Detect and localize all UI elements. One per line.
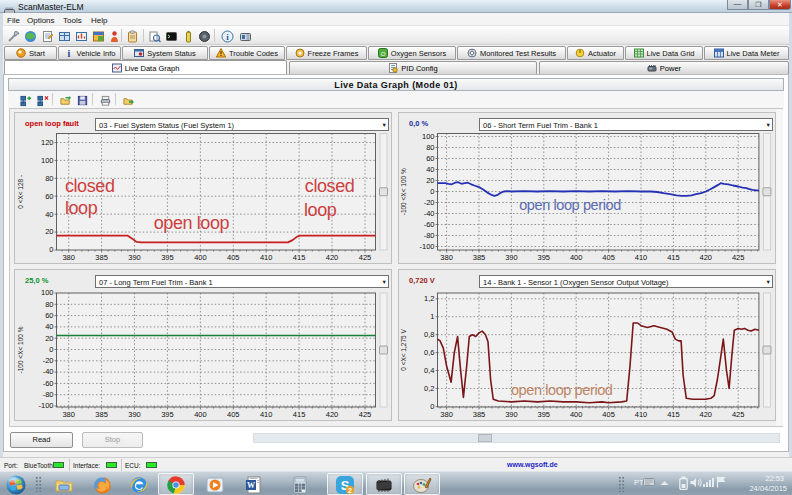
- svg-text:0: 0: [430, 402, 434, 411]
- svg-text:390: 390: [128, 253, 141, 262]
- svg-text:loop: loop: [304, 200, 337, 220]
- svg-text:400: 400: [194, 253, 207, 262]
- svg-text:100: 100: [41, 156, 54, 165]
- svg-text:60: 60: [45, 311, 53, 320]
- svg-text:405: 405: [602, 410, 615, 419]
- svg-text:0,4: 0,4: [424, 366, 434, 375]
- svg-text:420: 420: [700, 253, 713, 262]
- svg-text:100: 100: [422, 132, 435, 141]
- svg-text:385: 385: [95, 410, 108, 419]
- svg-text:-60: -60: [43, 379, 54, 388]
- svg-text:O: O: [380, 51, 385, 57]
- svg-text:425: 425: [732, 410, 745, 419]
- svg-text:395: 395: [538, 253, 551, 262]
- svg-text:410: 410: [260, 410, 273, 419]
- svg-text:410: 410: [260, 253, 273, 262]
- svg-text:120: 120: [41, 138, 54, 147]
- svg-text:i: i: [67, 48, 70, 58]
- svg-text:40: 40: [45, 210, 53, 219]
- svg-text:385: 385: [473, 410, 486, 419]
- svg-text:-80: -80: [43, 390, 54, 399]
- svg-text:420: 420: [326, 253, 339, 262]
- svg-text:405: 405: [227, 253, 240, 262]
- svg-text:425: 425: [359, 410, 372, 419]
- svg-text:400: 400: [570, 253, 583, 262]
- svg-text:80: 80: [45, 174, 53, 183]
- svg-text:390: 390: [505, 253, 518, 262]
- svg-text:20: 20: [426, 176, 434, 185]
- svg-text:380: 380: [440, 253, 453, 262]
- svg-text:0 <X< 128 -: 0 <X< 128 -: [17, 175, 24, 209]
- svg-text:425: 425: [732, 253, 745, 262]
- svg-text:loop: loop: [65, 198, 98, 218]
- svg-text:80: 80: [426, 143, 434, 152]
- svg-text:-20: -20: [43, 356, 54, 365]
- svg-text:W: W: [247, 481, 255, 490]
- svg-text:closed: closed: [65, 176, 115, 196]
- svg-text:400: 400: [570, 410, 583, 419]
- svg-text:415: 415: [667, 410, 680, 419]
- svg-text:380: 380: [440, 410, 453, 419]
- svg-text:20: 20: [45, 227, 53, 236]
- svg-text:415: 415: [667, 253, 680, 262]
- svg-text:405: 405: [602, 253, 615, 262]
- svg-text:395: 395: [161, 410, 174, 419]
- svg-text:closed: closed: [305, 176, 355, 196]
- svg-text:385: 385: [473, 253, 486, 262]
- svg-text:420: 420: [326, 410, 339, 419]
- svg-text:425: 425: [359, 253, 372, 262]
- svg-text:390: 390: [128, 410, 141, 419]
- svg-text:40: 40: [426, 165, 434, 174]
- svg-text:395: 395: [161, 253, 174, 262]
- svg-text:410: 410: [635, 410, 648, 419]
- svg-text:-40: -40: [43, 367, 54, 376]
- svg-text:0: 0: [49, 345, 53, 354]
- svg-text:1,2: 1,2: [424, 294, 434, 303]
- svg-text:405: 405: [227, 410, 240, 419]
- svg-text:0,2: 0,2: [424, 384, 434, 393]
- svg-text:0 <X< 1,275 V: 0 <X< 1,275 V: [400, 329, 407, 371]
- svg-text:380: 380: [62, 410, 75, 419]
- svg-text:2: 2: [348, 487, 352, 494]
- svg-text:20: 20: [45, 334, 53, 343]
- svg-text:-100: -100: [419, 242, 434, 251]
- svg-text:0: 0: [49, 245, 53, 254]
- svg-text:-40: -40: [424, 209, 435, 218]
- svg-text:-100: -100: [38, 401, 53, 410]
- svg-text:395: 395: [538, 410, 551, 419]
- svg-text:410: 410: [635, 253, 648, 262]
- svg-text:60: 60: [426, 154, 434, 163]
- svg-text:1: 1: [430, 312, 434, 321]
- svg-text:-80: -80: [424, 231, 435, 240]
- svg-text:-60: -60: [424, 220, 435, 229]
- svg-text:open loop period: open loop period: [519, 197, 621, 213]
- svg-text:400: 400: [194, 410, 207, 419]
- svg-text:0,8: 0,8: [424, 330, 434, 339]
- svg-text:80: 80: [45, 300, 53, 309]
- svg-text:390: 390: [505, 410, 518, 419]
- svg-text:open loop period: open loop period: [511, 382, 613, 398]
- svg-text:60: 60: [45, 192, 53, 201]
- svg-text:420: 420: [700, 410, 713, 419]
- svg-text:0,6: 0,6: [424, 348, 434, 357]
- svg-text:-100 <X< 100 %: -100 <X< 100 %: [17, 326, 24, 373]
- svg-text:open loop: open loop: [154, 213, 230, 233]
- svg-text:380: 380: [62, 253, 75, 262]
- svg-text:40: 40: [45, 322, 53, 331]
- svg-text:-100 <X< 100 %: -100 <X< 100 %: [400, 168, 407, 215]
- svg-text:0: 0: [430, 187, 434, 196]
- svg-text:415: 415: [293, 253, 306, 262]
- svg-text:415: 415: [293, 410, 306, 419]
- svg-text:385: 385: [95, 253, 108, 262]
- svg-text:100: 100: [41, 288, 54, 297]
- svg-text:-20: -20: [424, 198, 435, 207]
